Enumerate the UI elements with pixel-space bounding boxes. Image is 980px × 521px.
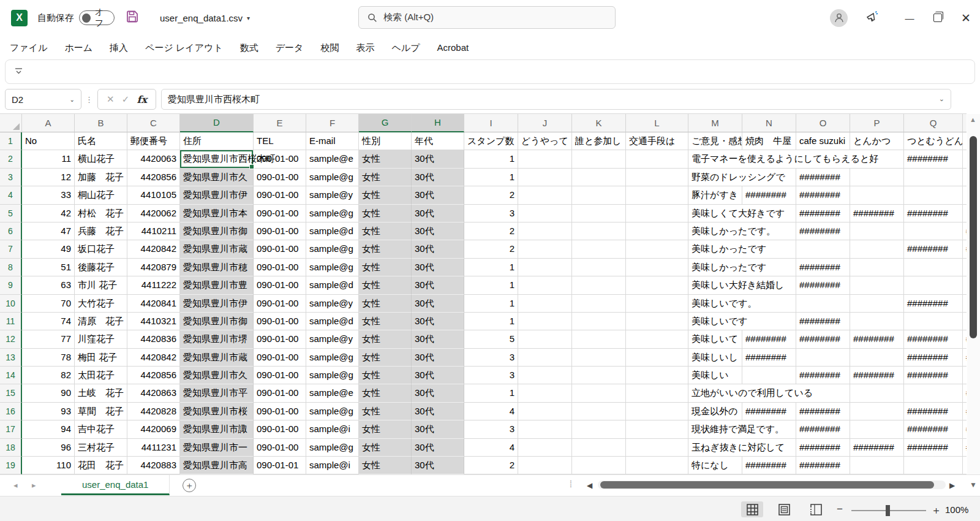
- cell-Q15[interactable]: [904, 384, 963, 402]
- cell-O13[interactable]: [796, 349, 850, 367]
- formula-bar-handle[interactable]: ⋮: [85, 95, 94, 104]
- cell-R12[interactable]: ########: [963, 330, 967, 348]
- cell-E9[interactable]: 090-01-00: [254, 276, 306, 294]
- cell-I11[interactable]: 1: [464, 313, 518, 330]
- vertical-scroll-thumb[interactable]: [970, 136, 977, 338]
- cell-R5[interactable]: [963, 205, 967, 222]
- column-header-F[interactable]: F: [306, 114, 359, 132]
- cell-B8[interactable]: 後藤花子: [75, 259, 127, 276]
- cell-K8[interactable]: [572, 259, 626, 276]
- cell-R1[interactable]: [963, 132, 967, 150]
- cell-H14[interactable]: 30代: [412, 367, 464, 384]
- cell-J7[interactable]: [518, 240, 572, 258]
- cell-M5[interactable]: 美味しくて大好きです: [688, 205, 796, 222]
- cell-A12[interactable]: 77: [22, 330, 75, 348]
- column-header-P[interactable]: P: [850, 114, 904, 132]
- cell-L7[interactable]: [626, 240, 688, 258]
- cell-A15[interactable]: 90: [22, 384, 75, 402]
- row-header-13[interactable]: 13: [0, 349, 22, 367]
- cell-A19[interactable]: 110: [22, 457, 75, 474]
- cell-B12[interactable]: 川窪花子: [75, 330, 127, 348]
- cell-I5[interactable]: 3: [464, 205, 518, 222]
- cell-K2[interactable]: [572, 150, 626, 168]
- cell-J6[interactable]: [518, 222, 572, 240]
- row-header-8[interactable]: 8: [0, 259, 22, 276]
- page-layout-view-button[interactable]: [773, 501, 795, 517]
- column-header-D[interactable]: D: [180, 114, 254, 132]
- cell-N4[interactable]: ########: [742, 186, 796, 204]
- cell-H18[interactable]: 30代: [412, 439, 464, 457]
- cell-C16[interactable]: 4420828: [127, 403, 180, 420]
- cell-O1[interactable]: cafe suzuki: [796, 132, 850, 150]
- cell-A9[interactable]: 63: [22, 276, 75, 294]
- cell-H12[interactable]: 30代: [412, 330, 464, 348]
- cell-A4[interactable]: 33: [22, 186, 75, 204]
- ribbon-tab-file[interactable]: ファイル: [10, 36, 56, 59]
- cell-E11[interactable]: 090-01-00: [254, 313, 306, 330]
- cell-P3[interactable]: [850, 169, 904, 186]
- cell-M19[interactable]: 特になし: [688, 457, 742, 474]
- cell-E14[interactable]: 090-01-00: [254, 367, 306, 384]
- cell-R16[interactable]: ########: [963, 403, 967, 420]
- cell-K16[interactable]: [572, 403, 626, 420]
- autosave-toggle[interactable]: オフ: [79, 10, 115, 25]
- document-title[interactable]: user_enq_data1.csv ▾: [160, 13, 250, 23]
- cell-A5[interactable]: 42: [22, 205, 75, 222]
- row-header-19[interactable]: 19: [0, 457, 22, 474]
- sheet-nav-right-icon[interactable]: ▸: [32, 481, 36, 490]
- cell-L16[interactable]: [626, 403, 688, 420]
- cell-P16[interactable]: [850, 403, 904, 420]
- cell-J18[interactable]: [518, 439, 572, 457]
- cell-L19[interactable]: [626, 457, 688, 474]
- sheet-tab-active[interactable]: user_enq_data1: [61, 475, 170, 495]
- cell-K6[interactable]: [572, 222, 626, 240]
- cell-K3[interactable]: [572, 169, 626, 186]
- cell-N13[interactable]: ########: [742, 349, 796, 367]
- cell-H11[interactable]: 30代: [412, 313, 464, 330]
- cell-O11[interactable]: ########: [796, 313, 850, 330]
- cell-G15[interactable]: 女性: [359, 384, 412, 402]
- cell-N16[interactable]: ########: [742, 403, 796, 420]
- cell-B4[interactable]: 桐山花子: [75, 186, 127, 204]
- cell-G6[interactable]: 女性: [359, 222, 412, 240]
- new-sheet-button[interactable]: ＋: [183, 479, 196, 492]
- cell-E5[interactable]: 090-01-00: [254, 205, 306, 222]
- cell-Q8[interactable]: [904, 259, 963, 276]
- cell-E1[interactable]: TEL: [254, 132, 306, 150]
- cell-I1[interactable]: スタンプ数: [464, 132, 518, 150]
- cell-Q16[interactable]: ########: [904, 403, 963, 420]
- cell-D12[interactable]: 愛知県豊川市堺: [180, 330, 254, 348]
- cell-O5[interactable]: ########: [796, 205, 850, 222]
- search-input[interactable]: 検索 (Alt+Q): [358, 6, 616, 29]
- cell-F3[interactable]: sample@g: [306, 169, 359, 186]
- cell-B13[interactable]: 梅田 花子: [75, 349, 127, 367]
- cell-F4[interactable]: sample@y: [306, 186, 359, 204]
- cell-C13[interactable]: 4420842: [127, 349, 180, 367]
- cell-M4[interactable]: 豚汁がすき: [688, 186, 742, 204]
- cell-I10[interactable]: 1: [464, 295, 518, 313]
- horizontal-scroll-thumb[interactable]: [600, 481, 934, 489]
- cell-I19[interactable]: 2: [464, 457, 518, 474]
- cell-F2[interactable]: sample@e: [306, 150, 359, 168]
- cell-Q5[interactable]: ########: [904, 205, 963, 222]
- cell-I4[interactable]: 2: [464, 186, 518, 204]
- cell-P13[interactable]: [850, 349, 904, 367]
- cell-L9[interactable]: [626, 276, 688, 294]
- cell-Q12[interactable]: ########: [904, 330, 963, 348]
- cell-J1[interactable]: どうやって: [518, 132, 572, 150]
- cell-Q9[interactable]: [904, 276, 963, 294]
- row-header-7[interactable]: 7: [0, 240, 22, 258]
- normal-view-button[interactable]: [741, 501, 763, 517]
- cell-Q11[interactable]: [904, 313, 963, 330]
- ribbon-tab-1[interactable]: ホーム: [56, 36, 101, 59]
- cell-C15[interactable]: 4420863: [127, 384, 180, 402]
- cell-E13[interactable]: 090-01-00: [254, 349, 306, 367]
- cell-Q14[interactable]: ########: [904, 367, 963, 384]
- cell-C14[interactable]: 4420856: [127, 367, 180, 384]
- cell-M1[interactable]: ご意見・感想: [688, 132, 742, 150]
- cell-D19[interactable]: 愛知県豊川市高: [180, 457, 254, 474]
- cell-B15[interactable]: 土岐 花子: [75, 384, 127, 402]
- cell-G9[interactable]: 女性: [359, 276, 412, 294]
- tab-scroll-splitter[interactable]: ⁞: [570, 479, 572, 489]
- cell-H6[interactable]: 30代: [412, 222, 464, 240]
